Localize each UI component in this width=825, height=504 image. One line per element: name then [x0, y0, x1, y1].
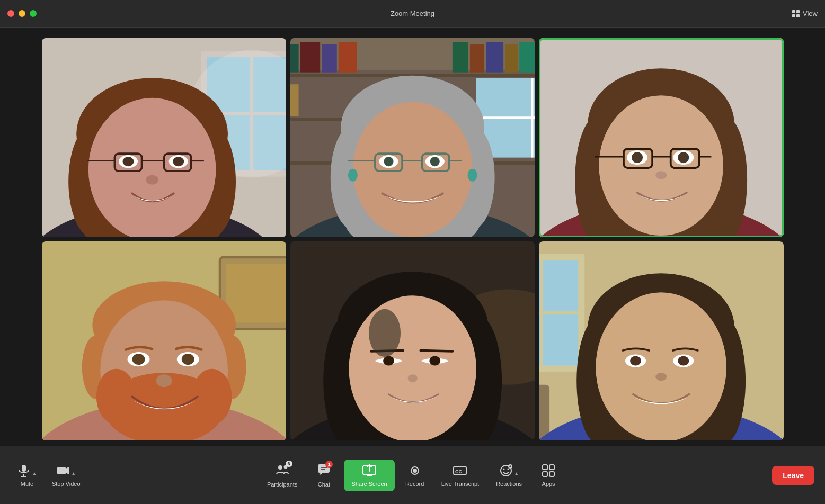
toolbar: ▲ Mute ▲ Stop Video: [0, 446, 825, 504]
share-screen-button[interactable]: Share Screen: [344, 460, 394, 491]
svg-point-160: [413, 469, 417, 473]
svg-text:CC: CC: [455, 469, 462, 474]
svg-point-86: [632, 152, 643, 163]
svg-rect-43: [486, 42, 503, 73]
stop-video-button[interactable]: ▲ Stop Video: [46, 460, 87, 491]
svg-rect-54: [290, 84, 299, 116]
video-icon: [56, 464, 70, 478]
chat-badge: 1: [325, 461, 333, 468]
svg-point-66: [430, 157, 440, 166]
apps-label: Apps: [542, 481, 555, 487]
video-cell-1[interactable]: [42, 38, 286, 237]
window-title: Zoom Meeting: [391, 10, 434, 17]
svg-point-165: [507, 468, 509, 470]
svg-point-62: [353, 102, 473, 237]
maximize-button[interactable]: [30, 10, 37, 17]
minimize-button[interactable]: [19, 10, 25, 17]
video-grid: [42, 38, 784, 440]
svg-point-65: [384, 157, 393, 166]
svg-rect-172: [549, 472, 554, 476]
svg-point-73: [467, 169, 477, 182]
video-grid-area: [0, 28, 825, 446]
stop-video-arrow[interactable]: ▲: [71, 471, 76, 476]
video-cell-2[interactable]: [290, 38, 535, 237]
svg-point-106: [96, 369, 136, 425]
participants-button[interactable]: 6 Participants: [261, 458, 304, 492]
svg-rect-0: [792, 10, 795, 13]
video-cell-6[interactable]: [539, 241, 783, 440]
svg-rect-39: [322, 44, 337, 73]
toolbar-center-controls: 6 Participants 1 Chat: [261, 458, 564, 492]
reactions-arrow[interactable]: ▲: [514, 471, 519, 476]
svg-point-83: [599, 95, 724, 236]
svg-point-22: [173, 157, 184, 166]
grid-icon: [792, 10, 800, 17]
titlebar: Zoom Meeting View: [0, 0, 825, 28]
svg-point-151: [278, 465, 282, 470]
mute-label: Mute: [21, 481, 33, 487]
svg-rect-40: [339, 42, 357, 73]
svg-point-144: [630, 356, 641, 366]
apps-button[interactable]: Apps: [533, 460, 564, 491]
reactions-icon: [499, 464, 513, 478]
chat-button[interactable]: 1 Chat: [308, 458, 340, 492]
reactions-label: Reactions: [496, 481, 522, 487]
svg-rect-44: [505, 44, 518, 73]
participants-count: 6: [286, 461, 292, 467]
close-button[interactable]: [7, 10, 14, 17]
share-screen-icon: [362, 464, 376, 478]
svg-rect-170: [549, 465, 554, 470]
svg-point-28: [146, 175, 158, 185]
record-label: Record: [405, 481, 424, 487]
mute-arrow[interactable]: ▲: [32, 471, 37, 476]
svg-point-123: [352, 299, 473, 439]
video-cell-5[interactable]: [290, 241, 535, 440]
video-feed-3: [539, 38, 783, 237]
video-feed-6: [539, 241, 783, 440]
svg-rect-169: [543, 465, 547, 470]
svg-point-145: [678, 356, 689, 366]
svg-point-111: [181, 354, 194, 365]
svg-rect-171: [543, 472, 547, 476]
video-feed-1: [42, 38, 286, 237]
svg-rect-45: [519, 42, 535, 73]
mute-button[interactable]: ▲ Mute: [11, 460, 43, 491]
svg-rect-42: [470, 44, 484, 73]
record-button[interactable]: Record: [399, 460, 431, 491]
share-screen-label: Share Screen: [351, 481, 387, 487]
svg-point-164: [503, 468, 504, 470]
svg-rect-147: [22, 465, 26, 472]
live-transcript-label: Live Transcript: [441, 481, 480, 487]
svg-point-112: [156, 374, 172, 387]
video-feed-2: [290, 38, 535, 237]
stop-video-label: Stop Video: [52, 481, 81, 487]
svg-rect-2: [792, 14, 795, 17]
svg-point-18: [88, 98, 216, 237]
svg-rect-133: [539, 385, 549, 440]
participants-label: Participants: [267, 481, 297, 488]
svg-point-146: [655, 373, 667, 381]
svg-point-126: [407, 374, 417, 382]
view-button[interactable]: View: [792, 10, 818, 17]
svg-point-87: [678, 152, 689, 163]
leave-button[interactable]: Leave: [772, 466, 814, 485]
svg-rect-150: [57, 467, 66, 474]
microphone-icon: [17, 464, 31, 478]
svg-rect-41: [453, 42, 468, 73]
svg-rect-3: [796, 14, 800, 17]
chat-label: Chat: [318, 481, 330, 488]
svg-point-124: [383, 356, 394, 366]
svg-point-72: [348, 169, 358, 182]
svg-point-110: [132, 354, 145, 365]
reactions-button[interactable]: ▲ Reactions: [490, 460, 528, 491]
svg-point-125: [429, 356, 440, 366]
svg-point-127: [369, 309, 401, 357]
cc-icon: CC: [453, 464, 467, 478]
video-cell-3[interactable]: [539, 38, 783, 237]
live-transcript-button[interactable]: CC Live Transcript: [435, 460, 486, 491]
video-cell-4[interactable]: [42, 241, 286, 440]
toolbar-left-controls: ▲ Mute ▲ Stop Video: [11, 460, 87, 491]
window-controls: [7, 10, 37, 17]
video-feed-4: [42, 241, 286, 440]
svg-rect-97: [226, 264, 286, 322]
